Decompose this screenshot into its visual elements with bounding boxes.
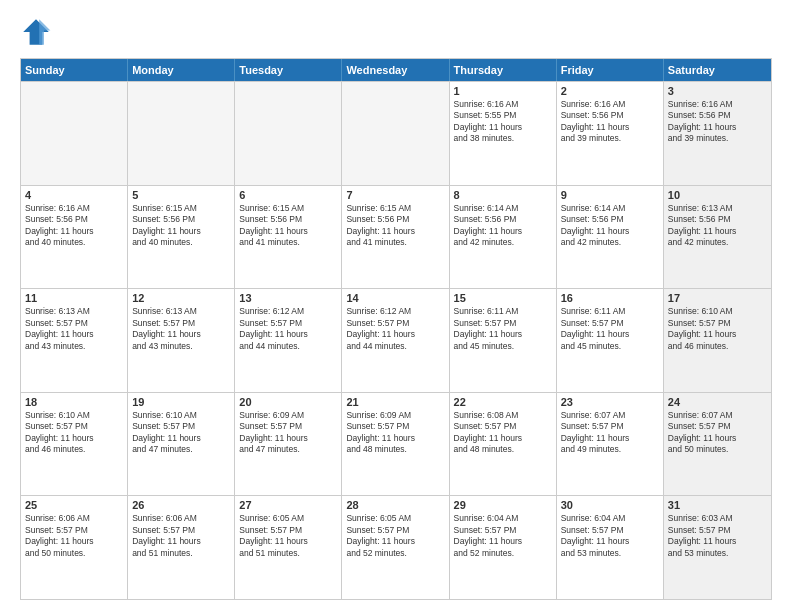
calendar-cell-empty-0-0 xyxy=(21,82,128,185)
day-number: 11 xyxy=(25,292,123,304)
day-number: 5 xyxy=(132,189,230,201)
cell-info: Sunrise: 6:09 AMSunset: 5:57 PMDaylight:… xyxy=(239,410,337,456)
day-number: 16 xyxy=(561,292,659,304)
calendar-cell-empty-0-1 xyxy=(128,82,235,185)
cell-info: Sunrise: 6:07 AMSunset: 5:57 PMDaylight:… xyxy=(668,410,767,456)
calendar-cell-6: 6Sunrise: 6:15 AMSunset: 5:56 PMDaylight… xyxy=(235,186,342,289)
cell-info: Sunrise: 6:15 AMSunset: 5:56 PMDaylight:… xyxy=(132,203,230,249)
cell-info: Sunrise: 6:16 AMSunset: 5:56 PMDaylight:… xyxy=(668,99,767,145)
day-number: 14 xyxy=(346,292,444,304)
day-number: 10 xyxy=(668,189,767,201)
calendar-cell-31: 31Sunrise: 6:03 AMSunset: 5:57 PMDayligh… xyxy=(664,496,771,599)
day-number: 2 xyxy=(561,85,659,97)
cell-info: Sunrise: 6:04 AMSunset: 5:57 PMDaylight:… xyxy=(454,513,552,559)
day-number: 17 xyxy=(668,292,767,304)
cell-info: Sunrise: 6:14 AMSunset: 5:56 PMDaylight:… xyxy=(561,203,659,249)
calendar-cell-empty-0-3 xyxy=(342,82,449,185)
calendar-cell-22: 22Sunrise: 6:08 AMSunset: 5:57 PMDayligh… xyxy=(450,393,557,496)
cell-info: Sunrise: 6:07 AMSunset: 5:57 PMDaylight:… xyxy=(561,410,659,456)
day-number: 22 xyxy=(454,396,552,408)
day-number: 23 xyxy=(561,396,659,408)
cell-info: Sunrise: 6:12 AMSunset: 5:57 PMDaylight:… xyxy=(346,306,444,352)
calendar-row-2: 4Sunrise: 6:16 AMSunset: 5:56 PMDaylight… xyxy=(21,185,771,289)
calendar-row-1: 1Sunrise: 6:16 AMSunset: 5:55 PMDaylight… xyxy=(21,81,771,185)
cell-info: Sunrise: 6:16 AMSunset: 5:56 PMDaylight:… xyxy=(561,99,659,145)
day-number: 24 xyxy=(668,396,767,408)
calendar-row-5: 25Sunrise: 6:06 AMSunset: 5:57 PMDayligh… xyxy=(21,495,771,599)
cell-info: Sunrise: 6:05 AMSunset: 5:57 PMDaylight:… xyxy=(239,513,337,559)
day-number: 3 xyxy=(668,85,767,97)
calendar-cell-9: 9Sunrise: 6:14 AMSunset: 5:56 PMDaylight… xyxy=(557,186,664,289)
cell-info: Sunrise: 6:12 AMSunset: 5:57 PMDaylight:… xyxy=(239,306,337,352)
calendar-cell-17: 17Sunrise: 6:10 AMSunset: 5:57 PMDayligh… xyxy=(664,289,771,392)
day-number: 8 xyxy=(454,189,552,201)
calendar-cell-28: 28Sunrise: 6:05 AMSunset: 5:57 PMDayligh… xyxy=(342,496,449,599)
calendar-row-3: 11Sunrise: 6:13 AMSunset: 5:57 PMDayligh… xyxy=(21,288,771,392)
svg-marker-0 xyxy=(23,19,49,45)
calendar-cell-30: 30Sunrise: 6:04 AMSunset: 5:57 PMDayligh… xyxy=(557,496,664,599)
cell-info: Sunrise: 6:16 AMSunset: 5:55 PMDaylight:… xyxy=(454,99,552,145)
cell-info: Sunrise: 6:05 AMSunset: 5:57 PMDaylight:… xyxy=(346,513,444,559)
calendar-cell-15: 15Sunrise: 6:11 AMSunset: 5:57 PMDayligh… xyxy=(450,289,557,392)
calendar-cell-27: 27Sunrise: 6:05 AMSunset: 5:57 PMDayligh… xyxy=(235,496,342,599)
calendar-cell-29: 29Sunrise: 6:04 AMSunset: 5:57 PMDayligh… xyxy=(450,496,557,599)
calendar-cell-2: 2Sunrise: 6:16 AMSunset: 5:56 PMDaylight… xyxy=(557,82,664,185)
day-number: 29 xyxy=(454,499,552,511)
cell-info: Sunrise: 6:13 AMSunset: 5:57 PMDaylight:… xyxy=(132,306,230,352)
calendar-cell-18: 18Sunrise: 6:10 AMSunset: 5:57 PMDayligh… xyxy=(21,393,128,496)
calendar-body: 1Sunrise: 6:16 AMSunset: 5:55 PMDaylight… xyxy=(21,81,771,599)
day-number: 15 xyxy=(454,292,552,304)
logo-icon xyxy=(20,16,52,48)
calendar: SundayMondayTuesdayWednesdayThursdayFrid… xyxy=(20,58,772,600)
day-number: 31 xyxy=(668,499,767,511)
cell-info: Sunrise: 6:06 AMSunset: 5:57 PMDaylight:… xyxy=(25,513,123,559)
header-day-sunday: Sunday xyxy=(21,59,128,81)
calendar-cell-5: 5Sunrise: 6:15 AMSunset: 5:56 PMDaylight… xyxy=(128,186,235,289)
day-number: 27 xyxy=(239,499,337,511)
cell-info: Sunrise: 6:14 AMSunset: 5:56 PMDaylight:… xyxy=(454,203,552,249)
calendar-row-4: 18Sunrise: 6:10 AMSunset: 5:57 PMDayligh… xyxy=(21,392,771,496)
day-number: 1 xyxy=(454,85,552,97)
page: SundayMondayTuesdayWednesdayThursdayFrid… xyxy=(0,0,792,612)
header-day-friday: Friday xyxy=(557,59,664,81)
calendar-cell-11: 11Sunrise: 6:13 AMSunset: 5:57 PMDayligh… xyxy=(21,289,128,392)
header-day-thursday: Thursday xyxy=(450,59,557,81)
calendar-cell-21: 21Sunrise: 6:09 AMSunset: 5:57 PMDayligh… xyxy=(342,393,449,496)
calendar-cell-3: 3Sunrise: 6:16 AMSunset: 5:56 PMDaylight… xyxy=(664,82,771,185)
cell-info: Sunrise: 6:15 AMSunset: 5:56 PMDaylight:… xyxy=(346,203,444,249)
calendar-cell-1: 1Sunrise: 6:16 AMSunset: 5:55 PMDaylight… xyxy=(450,82,557,185)
day-number: 12 xyxy=(132,292,230,304)
calendar-header: SundayMondayTuesdayWednesdayThursdayFrid… xyxy=(21,59,771,81)
calendar-cell-26: 26Sunrise: 6:06 AMSunset: 5:57 PMDayligh… xyxy=(128,496,235,599)
header-day-wednesday: Wednesday xyxy=(342,59,449,81)
header xyxy=(20,16,772,48)
day-number: 21 xyxy=(346,396,444,408)
cell-info: Sunrise: 6:09 AMSunset: 5:57 PMDaylight:… xyxy=(346,410,444,456)
cell-info: Sunrise: 6:11 AMSunset: 5:57 PMDaylight:… xyxy=(561,306,659,352)
calendar-cell-14: 14Sunrise: 6:12 AMSunset: 5:57 PMDayligh… xyxy=(342,289,449,392)
calendar-cell-empty-0-2 xyxy=(235,82,342,185)
cell-info: Sunrise: 6:13 AMSunset: 5:57 PMDaylight:… xyxy=(25,306,123,352)
cell-info: Sunrise: 6:04 AMSunset: 5:57 PMDaylight:… xyxy=(561,513,659,559)
calendar-cell-16: 16Sunrise: 6:11 AMSunset: 5:57 PMDayligh… xyxy=(557,289,664,392)
calendar-cell-20: 20Sunrise: 6:09 AMSunset: 5:57 PMDayligh… xyxy=(235,393,342,496)
calendar-cell-24: 24Sunrise: 6:07 AMSunset: 5:57 PMDayligh… xyxy=(664,393,771,496)
calendar-cell-13: 13Sunrise: 6:12 AMSunset: 5:57 PMDayligh… xyxy=(235,289,342,392)
calendar-cell-19: 19Sunrise: 6:10 AMSunset: 5:57 PMDayligh… xyxy=(128,393,235,496)
logo xyxy=(20,16,56,48)
cell-info: Sunrise: 6:16 AMSunset: 5:56 PMDaylight:… xyxy=(25,203,123,249)
cell-info: Sunrise: 6:13 AMSunset: 5:56 PMDaylight:… xyxy=(668,203,767,249)
calendar-cell-8: 8Sunrise: 6:14 AMSunset: 5:56 PMDaylight… xyxy=(450,186,557,289)
day-number: 9 xyxy=(561,189,659,201)
day-number: 19 xyxy=(132,396,230,408)
day-number: 7 xyxy=(346,189,444,201)
day-number: 28 xyxy=(346,499,444,511)
cell-info: Sunrise: 6:11 AMSunset: 5:57 PMDaylight:… xyxy=(454,306,552,352)
calendar-cell-10: 10Sunrise: 6:13 AMSunset: 5:56 PMDayligh… xyxy=(664,186,771,289)
cell-info: Sunrise: 6:10 AMSunset: 5:57 PMDaylight:… xyxy=(668,306,767,352)
day-number: 6 xyxy=(239,189,337,201)
cell-info: Sunrise: 6:10 AMSunset: 5:57 PMDaylight:… xyxy=(25,410,123,456)
header-day-monday: Monday xyxy=(128,59,235,81)
day-number: 20 xyxy=(239,396,337,408)
calendar-cell-4: 4Sunrise: 6:16 AMSunset: 5:56 PMDaylight… xyxy=(21,186,128,289)
